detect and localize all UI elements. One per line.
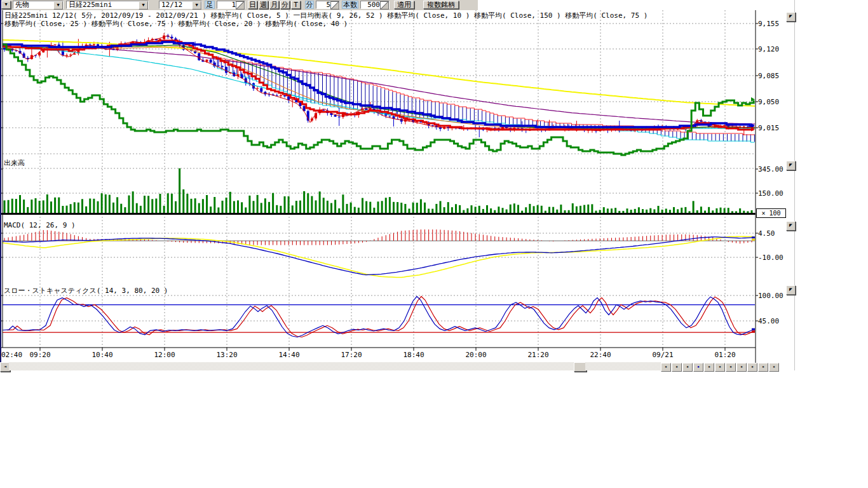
legend-line-2: 移動平均( Close, 25 ) 移動平均( Close, 75 ) 移動平均… <box>4 19 348 29</box>
stochastics-pane-label: スロー・ストキャスティクス( 14, 3, 80, 20 ) <box>4 286 168 295</box>
time-tick-label: 14:40 <box>278 351 299 358</box>
time-tick-label: 09/21 <box>652 351 673 358</box>
app-window: ▼ 先物 ▼ 日経225mini ▼ 12/12 ▼ 足 1 日 週 月 分 T… <box>0 0 868 488</box>
time-tick-label: 20:00 <box>465 351 486 358</box>
chart-mini-toolbar: ▪▪▪▪▪▪▪▪▪▪▪ <box>661 363 780 371</box>
price-tick-label: 9,120 <box>758 45 793 53</box>
stoch-tick-label: 100.00 <box>758 292 793 299</box>
time-tick-label: 21:20 <box>527 351 548 358</box>
chart-canvas[interactable] <box>0 0 868 381</box>
macd-pane-label: MACD( 12, 26, 9 ) <box>4 221 76 229</box>
scrollbar-track[interactable] <box>585 362 661 370</box>
window-left-edge <box>0 0 1 370</box>
chart-tool-button-6[interactable]: ▪ <box>726 363 736 372</box>
chart-tool-button-9[interactable]: ▪ <box>758 363 768 372</box>
time-tick-label: 22:40 <box>590 351 611 358</box>
chart-tool-button-1[interactable]: ▪ <box>672 363 682 372</box>
time-tick-label: 13:20 <box>216 351 237 358</box>
chart-tool-button-5[interactable]: ▪ <box>715 363 725 372</box>
chart-tool-button-0[interactable]: ▪ <box>661 363 671 372</box>
time-tick-label: 18:40 <box>403 351 424 358</box>
stoch-tick-label: 45.00 <box>758 317 793 325</box>
volume-tick-label: 345.00 <box>758 165 793 173</box>
macd-tick-label: -10.00 <box>758 254 793 261</box>
macd-tick-label: 4.50 <box>758 229 793 237</box>
price-tick-label: 9,155 <box>758 20 793 27</box>
price-tick-label: 9,085 <box>758 72 793 79</box>
volume-pane-label: 出来高 <box>4 158 25 168</box>
time-tick-label: 09:20 <box>29 351 50 358</box>
chart-tool-button-4[interactable]: ▪ <box>704 363 714 372</box>
time-tick-label: 02:40 <box>1 351 22 358</box>
chart-region[interactable]: 日経225mini 12/12( 5分, 2012/09/19 - 2012/0… <box>0 0 868 381</box>
chart-tool-button-2[interactable]: ▪ <box>682 363 693 372</box>
chart-tool-button-8[interactable]: ▪ <box>747 363 757 372</box>
price-tick-label: 9,015 <box>758 124 793 132</box>
chart-tool-button-10[interactable]: ▪ <box>769 363 779 372</box>
volume-multiplier-badge: × 100 <box>756 208 786 218</box>
time-tick-label: 17:20 <box>341 351 362 358</box>
scrollbar-thumb[interactable] <box>574 362 587 372</box>
volume-tick-label: 150.00 <box>758 189 793 197</box>
horizontal-scrollbar[interactable]: ◄ <box>0 362 661 370</box>
time-tick-label: 12:00 <box>154 351 175 358</box>
time-tick-label: 01:20 <box>714 351 735 358</box>
chart-tool-button-3[interactable]: ▪ <box>693 363 703 372</box>
window-right-edge <box>794 0 795 370</box>
price-tick-label: 9,050 <box>758 98 793 105</box>
scrollbar-track[interactable] <box>9 362 574 370</box>
chart-tool-button-7[interactable]: ▪ <box>736 363 747 372</box>
time-tick-label: 10:40 <box>92 351 112 358</box>
